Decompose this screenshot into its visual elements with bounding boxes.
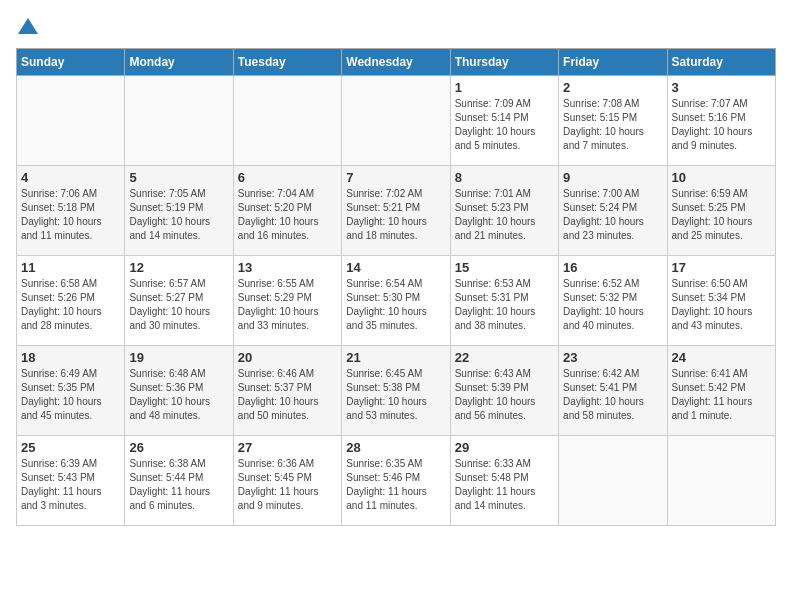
svg-marker-0 xyxy=(18,18,38,34)
day-number: 4 xyxy=(21,170,120,185)
day-info: Sunrise: 6:53 AM Sunset: 5:31 PM Dayligh… xyxy=(455,277,554,333)
calendar-cell xyxy=(125,76,233,166)
weekday-header-row: SundayMondayTuesdayWednesdayThursdayFrid… xyxy=(17,49,776,76)
day-info: Sunrise: 7:09 AM Sunset: 5:14 PM Dayligh… xyxy=(455,97,554,153)
day-info: Sunrise: 6:49 AM Sunset: 5:35 PM Dayligh… xyxy=(21,367,120,423)
calendar-week-5: 25Sunrise: 6:39 AM Sunset: 5:43 PM Dayli… xyxy=(17,436,776,526)
calendar-cell: 10Sunrise: 6:59 AM Sunset: 5:25 PM Dayli… xyxy=(667,166,775,256)
calendar-week-2: 4Sunrise: 7:06 AM Sunset: 5:18 PM Daylig… xyxy=(17,166,776,256)
day-number: 8 xyxy=(455,170,554,185)
day-number: 27 xyxy=(238,440,337,455)
calendar-cell: 4Sunrise: 7:06 AM Sunset: 5:18 PM Daylig… xyxy=(17,166,125,256)
day-info: Sunrise: 6:35 AM Sunset: 5:46 PM Dayligh… xyxy=(346,457,445,513)
calendar-cell: 26Sunrise: 6:38 AM Sunset: 5:44 PM Dayli… xyxy=(125,436,233,526)
weekday-header-tuesday: Tuesday xyxy=(233,49,341,76)
weekday-header-friday: Friday xyxy=(559,49,667,76)
logo xyxy=(16,16,44,40)
weekday-header-wednesday: Wednesday xyxy=(342,49,450,76)
calendar-cell: 18Sunrise: 6:49 AM Sunset: 5:35 PM Dayli… xyxy=(17,346,125,436)
day-info: Sunrise: 7:08 AM Sunset: 5:15 PM Dayligh… xyxy=(563,97,662,153)
day-number: 20 xyxy=(238,350,337,365)
weekday-header-saturday: Saturday xyxy=(667,49,775,76)
day-info: Sunrise: 6:41 AM Sunset: 5:42 PM Dayligh… xyxy=(672,367,771,423)
calendar-cell: 6Sunrise: 7:04 AM Sunset: 5:20 PM Daylig… xyxy=(233,166,341,256)
calendar-cell: 3Sunrise: 7:07 AM Sunset: 5:16 PM Daylig… xyxy=(667,76,775,166)
day-number: 9 xyxy=(563,170,662,185)
calendar-cell: 15Sunrise: 6:53 AM Sunset: 5:31 PM Dayli… xyxy=(450,256,558,346)
calendar-cell xyxy=(667,436,775,526)
day-number: 1 xyxy=(455,80,554,95)
day-info: Sunrise: 7:02 AM Sunset: 5:21 PM Dayligh… xyxy=(346,187,445,243)
day-info: Sunrise: 6:38 AM Sunset: 5:44 PM Dayligh… xyxy=(129,457,228,513)
day-number: 29 xyxy=(455,440,554,455)
day-number: 15 xyxy=(455,260,554,275)
day-info: Sunrise: 6:50 AM Sunset: 5:34 PM Dayligh… xyxy=(672,277,771,333)
calendar-cell xyxy=(559,436,667,526)
calendar-cell: 19Sunrise: 6:48 AM Sunset: 5:36 PM Dayli… xyxy=(125,346,233,436)
calendar-cell: 12Sunrise: 6:57 AM Sunset: 5:27 PM Dayli… xyxy=(125,256,233,346)
calendar-cell xyxy=(17,76,125,166)
calendar-cell: 22Sunrise: 6:43 AM Sunset: 5:39 PM Dayli… xyxy=(450,346,558,436)
day-info: Sunrise: 6:54 AM Sunset: 5:30 PM Dayligh… xyxy=(346,277,445,333)
logo-icon xyxy=(16,16,40,40)
calendar-cell: 13Sunrise: 6:55 AM Sunset: 5:29 PM Dayli… xyxy=(233,256,341,346)
day-info: Sunrise: 6:46 AM Sunset: 5:37 PM Dayligh… xyxy=(238,367,337,423)
calendar-cell: 9Sunrise: 7:00 AM Sunset: 5:24 PM Daylig… xyxy=(559,166,667,256)
day-number: 21 xyxy=(346,350,445,365)
day-number: 22 xyxy=(455,350,554,365)
day-info: Sunrise: 7:05 AM Sunset: 5:19 PM Dayligh… xyxy=(129,187,228,243)
calendar-cell: 28Sunrise: 6:35 AM Sunset: 5:46 PM Dayli… xyxy=(342,436,450,526)
calendar-cell: 27Sunrise: 6:36 AM Sunset: 5:45 PM Dayli… xyxy=(233,436,341,526)
day-number: 26 xyxy=(129,440,228,455)
day-number: 5 xyxy=(129,170,228,185)
calendar-cell: 29Sunrise: 6:33 AM Sunset: 5:48 PM Dayli… xyxy=(450,436,558,526)
day-number: 24 xyxy=(672,350,771,365)
day-number: 17 xyxy=(672,260,771,275)
calendar-cell: 2Sunrise: 7:08 AM Sunset: 5:15 PM Daylig… xyxy=(559,76,667,166)
day-info: Sunrise: 6:39 AM Sunset: 5:43 PM Dayligh… xyxy=(21,457,120,513)
day-info: Sunrise: 7:06 AM Sunset: 5:18 PM Dayligh… xyxy=(21,187,120,243)
day-number: 3 xyxy=(672,80,771,95)
day-info: Sunrise: 6:59 AM Sunset: 5:25 PM Dayligh… xyxy=(672,187,771,243)
day-number: 18 xyxy=(21,350,120,365)
day-info: Sunrise: 6:58 AM Sunset: 5:26 PM Dayligh… xyxy=(21,277,120,333)
calendar-cell xyxy=(233,76,341,166)
calendar-cell: 20Sunrise: 6:46 AM Sunset: 5:37 PM Dayli… xyxy=(233,346,341,436)
calendar-cell: 21Sunrise: 6:45 AM Sunset: 5:38 PM Dayli… xyxy=(342,346,450,436)
day-info: Sunrise: 7:04 AM Sunset: 5:20 PM Dayligh… xyxy=(238,187,337,243)
day-info: Sunrise: 6:36 AM Sunset: 5:45 PM Dayligh… xyxy=(238,457,337,513)
day-number: 7 xyxy=(346,170,445,185)
day-info: Sunrise: 6:42 AM Sunset: 5:41 PM Dayligh… xyxy=(563,367,662,423)
day-info: Sunrise: 6:55 AM Sunset: 5:29 PM Dayligh… xyxy=(238,277,337,333)
page-header xyxy=(16,16,776,40)
day-info: Sunrise: 6:33 AM Sunset: 5:48 PM Dayligh… xyxy=(455,457,554,513)
day-info: Sunrise: 6:45 AM Sunset: 5:38 PM Dayligh… xyxy=(346,367,445,423)
day-number: 19 xyxy=(129,350,228,365)
day-number: 12 xyxy=(129,260,228,275)
day-info: Sunrise: 7:07 AM Sunset: 5:16 PM Dayligh… xyxy=(672,97,771,153)
calendar-cell xyxy=(342,76,450,166)
calendar-cell: 16Sunrise: 6:52 AM Sunset: 5:32 PM Dayli… xyxy=(559,256,667,346)
day-number: 13 xyxy=(238,260,337,275)
calendar-cell: 17Sunrise: 6:50 AM Sunset: 5:34 PM Dayli… xyxy=(667,256,775,346)
calendar-week-1: 1Sunrise: 7:09 AM Sunset: 5:14 PM Daylig… xyxy=(17,76,776,166)
day-number: 16 xyxy=(563,260,662,275)
day-number: 6 xyxy=(238,170,337,185)
calendar-cell: 8Sunrise: 7:01 AM Sunset: 5:23 PM Daylig… xyxy=(450,166,558,256)
day-info: Sunrise: 6:43 AM Sunset: 5:39 PM Dayligh… xyxy=(455,367,554,423)
calendar-table: SundayMondayTuesdayWednesdayThursdayFrid… xyxy=(16,48,776,526)
day-number: 28 xyxy=(346,440,445,455)
calendar-cell: 7Sunrise: 7:02 AM Sunset: 5:21 PM Daylig… xyxy=(342,166,450,256)
day-number: 25 xyxy=(21,440,120,455)
calendar-cell: 24Sunrise: 6:41 AM Sunset: 5:42 PM Dayli… xyxy=(667,346,775,436)
weekday-header-monday: Monday xyxy=(125,49,233,76)
weekday-header-sunday: Sunday xyxy=(17,49,125,76)
calendar-cell: 23Sunrise: 6:42 AM Sunset: 5:41 PM Dayli… xyxy=(559,346,667,436)
day-number: 14 xyxy=(346,260,445,275)
calendar-cell: 14Sunrise: 6:54 AM Sunset: 5:30 PM Dayli… xyxy=(342,256,450,346)
day-number: 2 xyxy=(563,80,662,95)
day-info: Sunrise: 6:57 AM Sunset: 5:27 PM Dayligh… xyxy=(129,277,228,333)
day-info: Sunrise: 6:52 AM Sunset: 5:32 PM Dayligh… xyxy=(563,277,662,333)
day-info: Sunrise: 6:48 AM Sunset: 5:36 PM Dayligh… xyxy=(129,367,228,423)
day-info: Sunrise: 7:01 AM Sunset: 5:23 PM Dayligh… xyxy=(455,187,554,243)
